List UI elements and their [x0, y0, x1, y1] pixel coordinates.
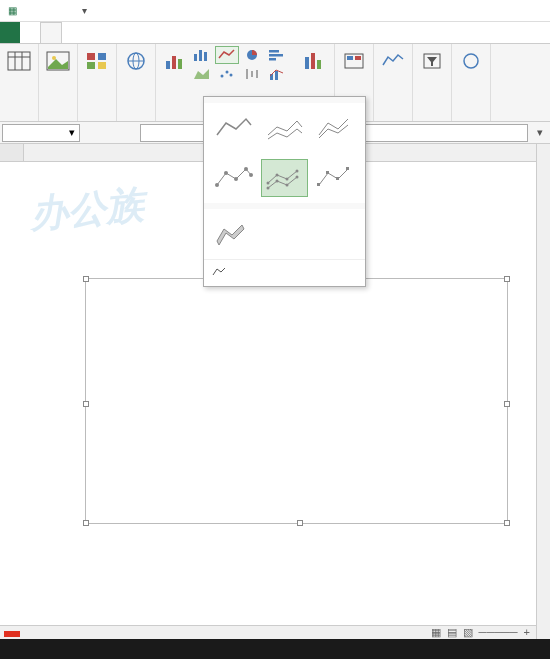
sparkline-button[interactable]	[378, 46, 408, 77]
powerview-button[interactable]	[339, 46, 369, 77]
line-type-1[interactable]	[210, 109, 257, 147]
close-icon[interactable]	[526, 3, 546, 19]
more-line-charts[interactable]	[204, 259, 365, 286]
tab-file[interactable]	[0, 22, 20, 43]
resize-handle[interactable]	[83, 276, 89, 282]
svg-rect-13	[166, 61, 170, 69]
svg-rect-15	[178, 59, 182, 69]
svg-point-39	[215, 183, 219, 187]
svg-point-42	[244, 167, 248, 171]
fx-icon[interactable]	[120, 125, 136, 141]
line-3d-1[interactable]	[210, 215, 258, 253]
qat-dropdown-icon[interactable]: ▾	[76, 3, 92, 19]
tab-review[interactable]	[122, 22, 142, 43]
svg-rect-31	[305, 57, 309, 69]
enter-formula-icon[interactable]	[102, 125, 118, 141]
more-chart-icon	[212, 266, 226, 280]
ribbon-options-icon[interactable]	[460, 3, 480, 19]
svg-rect-30	[275, 71, 278, 80]
view-layout-icon[interactable]: ▤	[447, 626, 457, 639]
ribbon-tabs	[0, 22, 550, 44]
powerview-icon	[341, 48, 367, 74]
filter-icon	[419, 48, 445, 74]
combo-chart-icon[interactable]	[265, 65, 289, 83]
stock-chart-icon[interactable]	[240, 65, 264, 83]
svg-point-43	[249, 173, 253, 177]
link-icon	[458, 48, 484, 74]
save-icon[interactable]	[22, 3, 38, 19]
view-normal-icon[interactable]: ▦	[431, 626, 441, 639]
resize-handle[interactable]	[504, 520, 510, 526]
link-button[interactable]	[456, 46, 486, 77]
pie-chart-icon[interactable]	[240, 46, 264, 64]
recommended-chart-icon	[162, 48, 188, 74]
svg-point-40	[224, 171, 228, 175]
pictures-button[interactable]	[43, 46, 73, 77]
column-chart-icon[interactable]	[190, 46, 214, 64]
resize-handle[interactable]	[504, 276, 510, 282]
table-icon	[6, 48, 32, 74]
svg-rect-18	[204, 52, 207, 61]
window-buttons	[434, 3, 550, 19]
line-type-2[interactable]	[261, 109, 308, 147]
vertical-scrollbar[interactable]	[536, 144, 550, 639]
excel-icon[interactable]: ▦	[4, 3, 20, 19]
area-chart-icon[interactable]	[190, 65, 214, 83]
svg-rect-52	[317, 183, 320, 186]
pivot-chart-button[interactable]	[300, 46, 330, 83]
svg-rect-17	[199, 50, 202, 61]
sparkline-icon	[380, 48, 406, 74]
svg-rect-55	[346, 167, 349, 170]
quick-access-toolbar: ▦ ▾	[0, 3, 96, 19]
minimize-icon[interactable]	[482, 3, 502, 19]
restore-icon[interactable]	[504, 3, 524, 19]
svg-point-48	[266, 187, 269, 190]
scatter-chart-icon[interactable]	[215, 65, 239, 83]
resize-handle[interactable]	[504, 401, 510, 407]
tab-home[interactable]	[20, 22, 40, 43]
svg-rect-7	[98, 53, 106, 60]
cancel-formula-icon[interactable]	[84, 125, 100, 141]
name-box[interactable]: ▾	[2, 124, 80, 142]
embedded-chart[interactable]	[85, 278, 508, 524]
tab-view[interactable]	[142, 22, 162, 43]
resize-handle[interactable]	[297, 520, 303, 526]
svg-rect-9	[98, 62, 106, 69]
tab-formula[interactable]	[82, 22, 102, 43]
online-icon	[123, 48, 149, 74]
svg-rect-0	[8, 52, 30, 70]
redo-icon[interactable]	[58, 3, 74, 19]
login-link[interactable]	[534, 22, 550, 43]
svg-point-49	[275, 180, 278, 183]
line-type-3[interactable]	[312, 109, 359, 147]
help-icon[interactable]	[438, 3, 458, 19]
resize-handle[interactable]	[83, 520, 89, 526]
horizontal-scrollbar[interactable]: ▦ ▤ ▧ ─────+	[0, 625, 536, 639]
svg-rect-22	[269, 58, 276, 61]
resize-handle[interactable]	[83, 401, 89, 407]
view-break-icon[interactable]: ▧	[463, 626, 473, 639]
tab-insert[interactable]	[40, 22, 62, 43]
select-all-corner[interactable]	[0, 144, 24, 161]
apps-button[interactable]	[82, 46, 112, 77]
undo-icon[interactable]	[40, 3, 56, 19]
office-badge	[4, 631, 20, 637]
svg-point-25	[230, 74, 233, 77]
tab-layout[interactable]	[62, 22, 82, 43]
recommended-charts-button[interactable]	[160, 46, 190, 83]
pivot-chart-icon	[302, 48, 328, 74]
line-chart-icon[interactable]	[215, 46, 239, 64]
tab-data[interactable]	[102, 22, 122, 43]
tables-button[interactable]	[4, 46, 34, 77]
line-markers-3[interactable]	[312, 159, 359, 197]
line-markers-1[interactable]	[210, 159, 257, 197]
filter-button[interactable]	[417, 46, 447, 77]
online-button[interactable]	[121, 46, 151, 77]
chart-plot	[86, 279, 509, 525]
bar-chart-icon[interactable]	[265, 46, 289, 64]
tab-beautify[interactable]	[162, 22, 182, 43]
line-markers-2[interactable]	[261, 159, 308, 197]
svg-point-24	[226, 71, 229, 74]
chart-type-grid	[190, 46, 300, 83]
formula-expand-icon[interactable]: ▾	[532, 125, 548, 141]
